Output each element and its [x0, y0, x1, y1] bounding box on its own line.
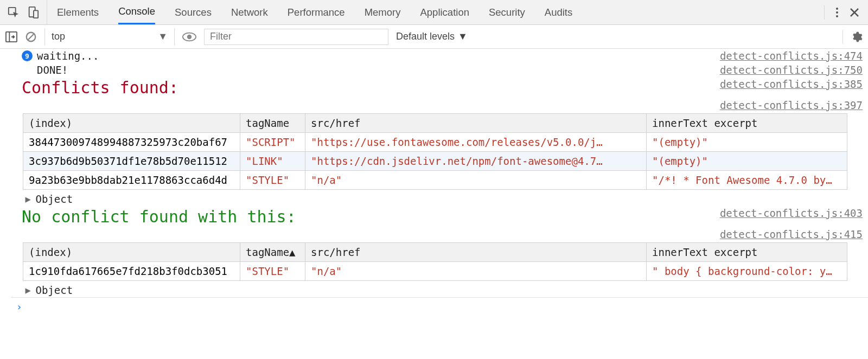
log-row-conflicts-heading: Conflicts found: detect-conflicts.js:385	[11, 77, 868, 98]
table-row[interactable]: 9a23b63e9bb8dab21e1178863cca6d4d "STYLE"…	[23, 171, 847, 190]
levels-label: Default levels	[396, 31, 455, 42]
prompt-caret: ›	[16, 301, 22, 312]
noconflict-table: (index) tagName▲ src/href innerText exce…	[23, 242, 847, 281]
sidebar-toggle-icon[interactable]	[5, 31, 17, 42]
log-row-waiting: 9 waiting... detect-conflicts.js:474	[11, 49, 868, 63]
th-excerpt[interactable]: innerText excerpt	[647, 114, 847, 133]
source-link[interactable]: detect-conflicts.js:474	[720, 50, 863, 62]
cell-index: 384473009748994887325973c20baf67	[23, 133, 240, 152]
cell-excerpt: " body { background-color: y…	[647, 262, 847, 281]
log-text: DONE!	[37, 64, 68, 76]
tab-console[interactable]: Console	[118, 0, 155, 24]
live-expression-icon[interactable]	[182, 32, 196, 42]
devtools-tabstrip: Elements Console Sources Network Perform…	[0, 0, 868, 25]
context-value: top	[52, 31, 65, 42]
tab-application[interactable]: Application	[420, 0, 469, 24]
th-index[interactable]: (index)	[23, 114, 240, 133]
log-row-table1-src: detect-conflicts.js:397	[11, 98, 868, 111]
log-text: waiting...	[37, 50, 99, 62]
console-prompt[interactable]: ›	[11, 297, 868, 316]
source-link[interactable]: detect-conflicts.js:750	[720, 64, 863, 76]
clear-icon[interactable]	[25, 31, 37, 43]
context-select[interactable]: top ▼	[44, 28, 175, 46]
object-label: Object	[35, 284, 73, 296]
cell-index: 3c937b6d9b50371df1e78b5d70e11512	[23, 152, 240, 171]
cell-index: 1c910fda617665e7fd218b3f0dcb3051	[23, 262, 240, 281]
tab-elements[interactable]: Elements	[57, 0, 99, 24]
cell-src: "n/a"	[305, 262, 647, 281]
inspect-icon[interactable]	[8, 7, 20, 18]
cell-tagname: "STYLE"	[240, 262, 305, 281]
svg-rect-2	[34, 10, 38, 18]
th-tagname[interactable]: tagName	[240, 114, 305, 133]
gear-icon[interactable]	[851, 31, 863, 43]
kebab-icon[interactable]	[835, 7, 839, 18]
expandable-object[interactable]: ▶ Object	[25, 284, 863, 296]
cell-tagname: "LINK"	[240, 152, 305, 171]
cell-excerpt: "(empty)"	[647, 152, 847, 171]
tabstrip-left-icons	[4, 0, 47, 24]
tabs: Elements Console Sources Network Perform…	[57, 0, 572, 24]
th-index[interactable]: (index)	[23, 243, 240, 262]
source-link[interactable]: detect-conflicts.js:385	[720, 78, 863, 90]
repeat-count-badge: 9	[22, 50, 33, 61]
log-levels-select[interactable]: Default levels ▼	[396, 31, 468, 42]
cell-excerpt: "(empty)"	[647, 133, 847, 152]
source-link[interactable]: detect-conflicts.js:415	[720, 228, 863, 240]
tab-audits[interactable]: Audits	[545, 0, 572, 24]
expandable-object[interactable]: ▶ Object	[25, 193, 863, 205]
log-row-object1: ▶ Object	[11, 192, 868, 206]
source-link[interactable]: detect-conflicts.js:403	[720, 207, 863, 219]
cell-src: "n/a"	[305, 171, 647, 190]
conflicts-table: (index) tagName src/href innerText excer…	[23, 113, 847, 190]
chevron-down-icon: ▼	[458, 31, 468, 42]
table-row[interactable]: 3c937b6d9b50371df1e78b5d70e11512 "LINK" …	[23, 152, 847, 171]
cell-excerpt: "/*! * Font Awesome 4.7.0 by…	[647, 171, 847, 190]
object-label: Object	[35, 193, 73, 205]
caret-right-icon: ▶	[25, 194, 31, 204]
table-row[interactable]: 384473009748994887325973c20baf67 "SCRIPT…	[23, 133, 847, 152]
caret-right-icon: ▶	[25, 285, 31, 296]
tab-memory[interactable]: Memory	[365, 0, 401, 24]
th-src[interactable]: src/href	[305, 243, 647, 262]
log-row-table1: (index) tagName src/href innerText excer…	[11, 111, 868, 192]
th-src[interactable]: src/href	[305, 114, 647, 133]
th-tagname[interactable]: tagName▲	[240, 243, 305, 262]
console-toolbar: top ▼ Default levels ▼	[0, 25, 868, 49]
svg-point-9	[187, 34, 192, 39]
log-row-noconflict-heading: No conflict found with this: detect-conf…	[11, 206, 868, 227]
log-row-table2-src: detect-conflicts.js:415	[11, 227, 868, 240]
th-excerpt[interactable]: innerText excerpt	[647, 243, 847, 262]
cell-src: "https://cdn.jsdelivr.net/npm/font-aweso…	[305, 152, 647, 171]
log-row-done: DONE! detect-conflicts.js:750	[11, 63, 868, 77]
tab-sources[interactable]: Sources	[175, 0, 212, 24]
close-icon[interactable]	[850, 8, 859, 17]
log-row-object2: ▶ Object	[11, 283, 868, 297]
tab-performance[interactable]: Performance	[288, 0, 345, 24]
table-row[interactable]: 1c910fda617665e7fd218b3f0dcb3051 "STYLE"…	[23, 262, 847, 281]
svg-point-3	[836, 8, 838, 10]
divider	[843, 30, 843, 44]
log-row-table2: (index) tagName▲ src/href innerText exce…	[11, 240, 868, 283]
cell-src: "https://use.fontawesome.com/releases/v5…	[305, 133, 647, 152]
chevron-down-icon: ▼	[158, 31, 168, 42]
svg-point-5	[836, 15, 838, 17]
conflicts-heading: Conflicts found:	[22, 78, 178, 97]
console-output: 9 waiting... detect-conflicts.js:474 DON…	[0, 49, 868, 359]
tab-network[interactable]: Network	[231, 0, 268, 24]
noconflict-heading: No conflict found with this:	[22, 207, 296, 226]
source-link[interactable]: detect-conflicts.js:397	[720, 99, 863, 111]
filter-input[interactable]	[204, 29, 388, 45]
svg-point-4	[836, 11, 838, 14]
device-icon[interactable]	[27, 7, 39, 18]
tab-security[interactable]: Security	[489, 0, 525, 24]
cell-tagname: "SCRIPT"	[240, 133, 305, 152]
cell-index: 9a23b63e9bb8dab21e1178863cca6d4d	[23, 171, 240, 190]
divider	[824, 5, 825, 20]
cell-tagname: "STYLE"	[240, 171, 305, 190]
sort-asc-icon: ▲	[289, 246, 295, 258]
